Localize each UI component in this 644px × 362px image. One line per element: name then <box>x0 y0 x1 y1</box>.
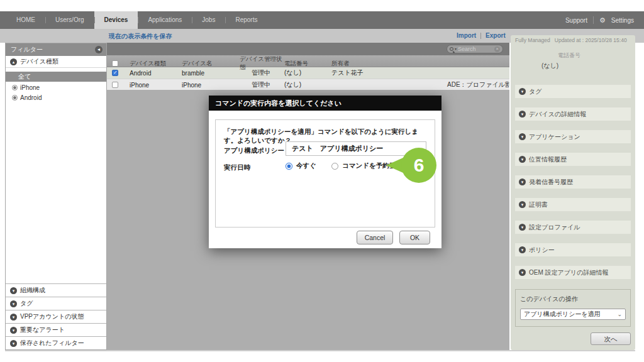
settings-link[interactable]: Settings <box>611 17 634 24</box>
support-link[interactable]: Support <box>565 17 587 24</box>
accordion-label: タグ <box>529 87 541 96</box>
import-link[interactable]: Import <box>457 32 476 39</box>
phone-number-block: 電話番号 (なし) <box>531 52 607 70</box>
nav-right: Support ⚙ Settings <box>565 11 644 29</box>
ok-button[interactable]: OK <box>399 231 430 244</box>
nav-tab-jobs[interactable]: Jobs <box>192 11 225 29</box>
select-caret-icon: ⌄ <box>617 311 622 317</box>
accordion-device-details[interactable]: ▾ デバイスの詳細情報 <box>515 107 631 121</box>
chevron-down-icon: ▾ <box>10 300 17 307</box>
cell-owner: ADE：プロファイル割 <box>331 79 509 90</box>
footer-strip <box>5 350 635 351</box>
export-link[interactable]: Export <box>486 32 506 39</box>
nav-tab-reports[interactable]: Reports <box>225 11 267 29</box>
nav-divider <box>593 16 594 24</box>
filter-section-device-type[interactable]: ▴ デバイス種類 <box>6 56 106 68</box>
screen: HOME Users/Org Devices Applications Jobs… <box>0 0 644 362</box>
chevron-down-icon: ▾ <box>519 111 526 118</box>
chevron-down-icon: ▾ <box>519 156 526 163</box>
chevron-down-icon: ▾ <box>10 327 17 334</box>
table-header: デバイス種類 デバイス名 デバイス管理状態 電話番号 所有者 <box>107 55 509 67</box>
filter-section-label: 組織構成 <box>20 286 45 295</box>
clear-search-icon[interactable]: × <box>494 47 500 52</box>
col-phone-number: 電話番号 <box>284 60 331 68</box>
operation-selected-value: アプリ構成ポリシーを適用 <box>524 310 601 319</box>
accordion-call-history[interactable]: ▾ 発着信番号履歴 <box>515 175 631 189</box>
accordion-label: デバイスの詳細情報 <box>529 110 586 119</box>
filter-section-label: 保存されたフィルター <box>20 339 84 348</box>
phone-number-label: 電話番号 <box>531 52 607 60</box>
next-button[interactable]: 次へ <box>591 332 631 345</box>
cell-device-name: bramble <box>182 70 240 77</box>
phone-number-value: (なし) <box>531 62 607 70</box>
nav-tab-home[interactable]: HOME <box>6 11 45 29</box>
filter-section-tags[interactable]: ▾ タグ <box>6 297 106 310</box>
nav-tab-users-org[interactable]: Users/Org <box>45 11 94 29</box>
cell-phone-number: (なし) <box>284 80 331 89</box>
import-export-links: Import Export <box>457 32 506 39</box>
search-icon <box>450 47 453 51</box>
select-all-checkbox[interactable] <box>112 60 118 67</box>
management-mode-label: Fully Managed <box>515 37 550 43</box>
policy-label-text: アプリ構成ポリシー <box>224 146 284 154</box>
cell-phone-number: (なし) <box>284 69 331 77</box>
table-row[interactable]: iPhone iPhone 管理中 (なし) ADE：プロファイル割 <box>107 79 509 90</box>
device-status-line: Fully Managed Updated at : 2025/10/28 15… <box>515 37 631 43</box>
top-navbar: HOME Users/Org Devices Applications Jobs… <box>0 11 644 29</box>
accordion-certificates[interactable]: ▾ 証明書 <box>515 198 631 211</box>
chevron-down-icon: ▾ <box>10 340 17 347</box>
chevron-down-icon: ▾ <box>519 201 526 208</box>
table-toolbar: ▾ × <box>107 43 509 55</box>
filter-section-saved-filters[interactable]: ▾ 保存されたフィルター <box>6 336 106 349</box>
row-checkbox[interactable] <box>112 82 118 88</box>
save-current-view-link[interactable]: 現在の表示条件を保存 <box>109 32 172 41</box>
radio-now-label: 今すぐ <box>296 162 316 170</box>
accordion-label: 発着信番号履歴 <box>529 178 573 187</box>
search-input[interactable] <box>458 46 493 52</box>
accordion-applications[interactable]: ▾ アプリケーション <box>515 130 631 143</box>
radio-schedule[interactable] <box>331 163 338 170</box>
accordion-tags[interactable]: ▾ タグ <box>515 85 631 98</box>
col-device-type: デバイス種類 <box>130 60 182 68</box>
filter-section-label: 重要なアラート <box>20 326 65 334</box>
operations-title: このデバイスの操作 <box>520 295 626 304</box>
filter-title: フィルター <box>11 46 43 53</box>
row-checkbox[interactable] <box>112 70 118 76</box>
filter-section-label: VPPアカウントの状態 <box>20 312 84 321</box>
chevron-up-icon: ▴ <box>10 58 17 65</box>
chevron-down-icon: ▾ <box>10 314 17 321</box>
device-operations-box: このデバイスの操作 アプリ構成ポリシーを適用 ⌄ <box>515 289 631 327</box>
collapse-sidebar-icon[interactable]: ◂ <box>95 46 103 53</box>
accordion-label: 証明書 <box>529 200 548 209</box>
accordion-policies[interactable]: ▾ ポリシー <box>515 243 631 256</box>
accordion-location-history[interactable]: ▾ 位置情報履歴 <box>515 153 631 166</box>
filter-option-label: Android <box>20 94 42 101</box>
search-box: ▾ × <box>447 45 503 53</box>
filter-section-organization[interactable]: ▾ 組織構成 <box>6 283 106 297</box>
filter-section-label: デバイス種類 <box>20 57 58 66</box>
table-row[interactable]: Android bramble 管理中 (なし) テスト花子 <box>107 67 509 79</box>
link-divider <box>480 33 481 39</box>
cancel-button[interactable]: Cancel <box>357 231 393 244</box>
filter-section-alerts[interactable]: ▾ 重要なアラート <box>6 323 106 336</box>
operation-select[interactable]: アプリ構成ポリシーを適用 ⌄ <box>520 309 626 320</box>
policy-field-label: アプリ構成ポリシー※ <box>224 146 292 155</box>
accordion-config-profiles[interactable]: ▾ 設定プロファイル <box>515 221 631 234</box>
filter-option-all[interactable]: 全て <box>6 72 106 82</box>
dialog-title: コマンドの実行内容を選択してください <box>209 96 441 111</box>
nav-tabs: HOME Users/Org Devices Applications Jobs… <box>6 11 267 29</box>
filter-option-label: iPhone <box>20 84 40 91</box>
filter-option-iphone[interactable]: iPhone <box>6 83 106 92</box>
cell-management-status: 管理中 <box>240 80 284 89</box>
filter-option-android[interactable]: Android <box>6 93 106 102</box>
filter-section-vpp-account[interactable]: ▾ VPPアカウントの状態 <box>6 310 106 323</box>
chevron-down-icon: ▾ <box>519 269 526 276</box>
chevron-down-icon: ▾ <box>519 246 526 253</box>
cell-ade-note: ADE：プロファイル割 <box>447 79 509 90</box>
radio-now[interactable] <box>286 163 292 170</box>
nav-tab-devices[interactable]: Devices <box>94 11 138 29</box>
updated-at-label: Updated at : 2025/10/28 15:40 <box>555 37 627 43</box>
accordion-oem-settings[interactable]: ▾ OEM 設定アプリの詳細情報 <box>515 266 631 279</box>
nav-tab-applications[interactable]: Applications <box>138 11 192 29</box>
settings-gear-icon: ⚙ <box>599 16 606 25</box>
